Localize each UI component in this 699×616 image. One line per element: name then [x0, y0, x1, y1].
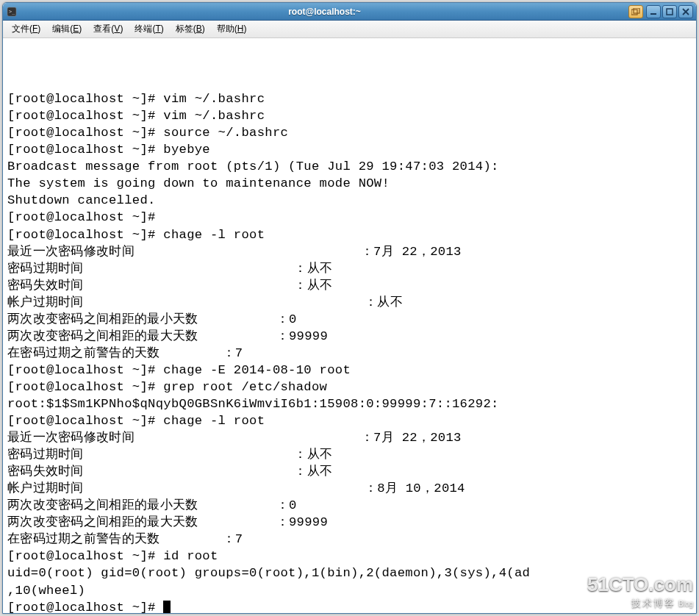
terminal-line: 两次改变密码之间相距的最小天数 ：0: [7, 311, 692, 328]
menu-label: 标签: [176, 24, 193, 34]
menubar: 文件(F)编辑(E)查看(V)终端(T)标签(B)帮助(H): [3, 21, 696, 38]
terminal-line: [root@localhost ~]# vim ~/.bashrc: [7, 107, 692, 124]
window-title: root@localhost:~: [21, 7, 628, 17]
terminal-line: Broadcast message from root (pts/1) (Tue…: [7, 158, 692, 175]
terminal-line: 最近一次密码修改时间 ：7月 22，2013: [7, 243, 692, 260]
terminal-line: [root@localhost ~]#: [7, 599, 692, 613]
terminal-line: [root@localhost ~]#: [7, 209, 692, 226]
terminal-line: 密码失效时间 ：从不: [7, 463, 692, 480]
menu-accel: F: [32, 24, 37, 34]
terminal-line: 密码过期时间 ：从不: [7, 446, 692, 463]
terminal-line: ,10(wheel): [7, 582, 692, 599]
terminal-line: 帐户过期时间 ：从不: [7, 294, 692, 311]
terminal-line: 在密码过期之前警告的天数 ：7: [7, 345, 692, 362]
svg-rect-2: [631, 10, 637, 15]
svg-rect-5: [667, 9, 673, 15]
menu-accel: B: [196, 24, 202, 34]
terminal-output[interactable]: [root@localhost ~]# vim ~/.bashrc[root@l…: [3, 38, 696, 613]
restore-icon[interactable]: [628, 5, 643, 18]
menu-item-3[interactable]: 终端(T): [129, 21, 169, 37]
terminal-line: 两次改变密码之间相距的最小天数 ：0: [7, 497, 692, 514]
terminal-line: 帐户过期时间 ：8月 10，2014: [7, 480, 692, 497]
menu-label: 帮助: [217, 24, 234, 34]
terminal-line: [root@localhost ~]# byebye: [7, 141, 692, 158]
terminal-line: [root@localhost ~]# chage -E 2014-08-10 …: [7, 362, 692, 379]
menu-item-2[interactable]: 查看(V): [87, 21, 129, 37]
minimize-button[interactable]: [646, 5, 661, 18]
menu-accel: T: [155, 24, 160, 34]
menu-label: 终端: [135, 24, 152, 34]
cursor: [163, 601, 171, 613]
menu-item-0[interactable]: 文件(F): [6, 21, 46, 37]
terminal-window: >_ root@localhost:~ 文件(F)编辑(E)查看(V)终端(T)…: [2, 2, 697, 614]
terminal-line: 在密码过期之前警告的天数 ：7: [7, 531, 692, 548]
terminal-line: [root@localhost ~]# id root: [7, 548, 692, 565]
menu-item-4[interactable]: 标签(B): [170, 21, 211, 37]
terminal-line: [root@localhost ~]# vim ~/.bashrc: [7, 90, 692, 107]
menu-item-1[interactable]: 编辑(E): [46, 21, 87, 37]
window-buttons: [646, 5, 693, 18]
menu-accel: E: [73, 24, 79, 34]
terminal-line: The system is going down to maintenance …: [7, 175, 692, 192]
svg-rect-3: [634, 8, 639, 13]
terminal-line: [root@localhost ~]# source ~/.bashrc: [7, 124, 692, 141]
menu-label: 文件: [12, 24, 29, 34]
terminal-line: 密码失效时间 ：从不: [7, 277, 692, 294]
terminal-line: uid=0(root) gid=0(root) groups=0(root),1…: [7, 565, 692, 581]
terminal-line: Shutdown cancelled.: [7, 192, 692, 209]
terminal-line: 两次改变密码之间相距的最大天数 ：99999: [7, 514, 692, 531]
menu-item-5[interactable]: 帮助(H): [211, 21, 253, 37]
terminal-line: [root@localhost ~]# grep root /etc/shado…: [7, 379, 692, 395]
terminal-line: [root@localhost ~]# chage -l root: [7, 226, 692, 243]
menu-label: 查看: [93, 24, 111, 34]
app-icon: >_: [6, 6, 18, 18]
maximize-button[interactable]: [662, 5, 677, 18]
menu-accel: V: [114, 24, 120, 34]
menu-accel: H: [237, 24, 244, 34]
terminal-line: 密码过期时间 ：从不: [7, 260, 692, 277]
svg-text:>_: >_: [9, 9, 15, 15]
terminal-line: root:$1$Sm1KPNho$qNqybQ0GBSnK6iWmviI6b1:…: [7, 395, 692, 412]
terminal-line: [root@localhost ~]# chage -l root: [7, 412, 692, 429]
terminal-line: 最近一次密码修改时间 ：7月 22，2013: [7, 429, 692, 446]
menu-label: 编辑: [52, 24, 70, 34]
close-button[interactable]: [678, 5, 693, 18]
titlebar[interactable]: >_ root@localhost:~: [3, 3, 696, 21]
terminal-line: 两次改变密码之间相距的最大天数 ：99999: [7, 328, 692, 345]
